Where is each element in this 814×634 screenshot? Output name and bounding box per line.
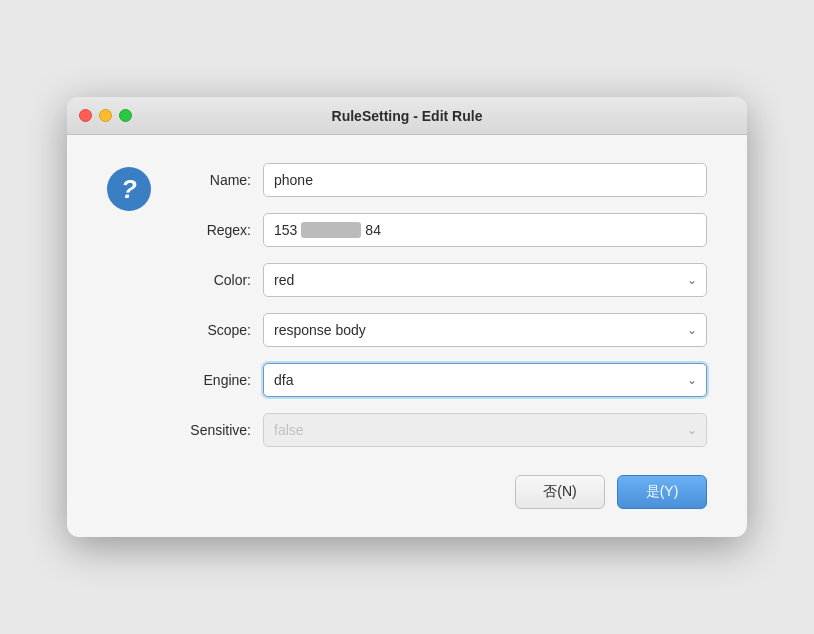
close-button[interactable]	[79, 109, 92, 122]
color-label: Color:	[171, 272, 251, 288]
regex-input[interactable]: 153 84	[263, 213, 707, 247]
confirm-button[interactable]: 是(Y)	[617, 475, 707, 509]
engine-label: Engine:	[171, 372, 251, 388]
window-title: RuleSetting - Edit Rule	[332, 108, 483, 124]
cancel-button[interactable]: 否(N)	[515, 475, 605, 509]
main-window: RuleSetting - Edit Rule ? Name: Regex: 1…	[67, 97, 747, 537]
engine-select[interactable]: dfa nfa	[263, 363, 707, 397]
color-select[interactable]: red blue green yellow orange	[263, 263, 707, 297]
dialog-content: ? Name: Regex: 153 84 Color:	[67, 135, 747, 537]
engine-select-wrapper: dfa nfa ⌄	[263, 363, 707, 397]
scope-select-wrapper: response body request body response head…	[263, 313, 707, 347]
scope-row: Scope: response body request body respon…	[171, 313, 707, 347]
maximize-button[interactable]	[119, 109, 132, 122]
color-select-wrapper: red blue green yellow orange ⌄	[263, 263, 707, 297]
name-input[interactable]	[263, 163, 707, 197]
name-row: Name:	[171, 163, 707, 197]
regex-blurred	[301, 222, 361, 238]
regex-row: Regex: 153 84	[171, 213, 707, 247]
regex-label: Regex:	[171, 222, 251, 238]
help-icon-container: ?	[107, 167, 151, 509]
traffic-lights	[79, 109, 132, 122]
regex-prefix: 153	[274, 222, 297, 238]
sensitive-label: Sensitive:	[171, 422, 251, 438]
buttons-row: 否(N) 是(Y)	[171, 475, 707, 509]
sensitive-row: Sensitive: false true ⌄	[171, 413, 707, 447]
sensitive-select[interactable]: false true	[263, 413, 707, 447]
name-label: Name:	[171, 172, 251, 188]
color-row: Color: red blue green yellow orange ⌄	[171, 263, 707, 297]
title-bar: RuleSetting - Edit Rule	[67, 97, 747, 135]
minimize-button[interactable]	[99, 109, 112, 122]
help-icon: ?	[107, 167, 151, 211]
engine-row: Engine: dfa nfa ⌄	[171, 363, 707, 397]
rule-form: Name: Regex: 153 84 Color: red blue	[171, 163, 707, 509]
sensitive-select-wrapper: false true ⌄	[263, 413, 707, 447]
scope-label: Scope:	[171, 322, 251, 338]
regex-suffix: 84	[365, 222, 381, 238]
scope-select[interactable]: response body request body response head…	[263, 313, 707, 347]
